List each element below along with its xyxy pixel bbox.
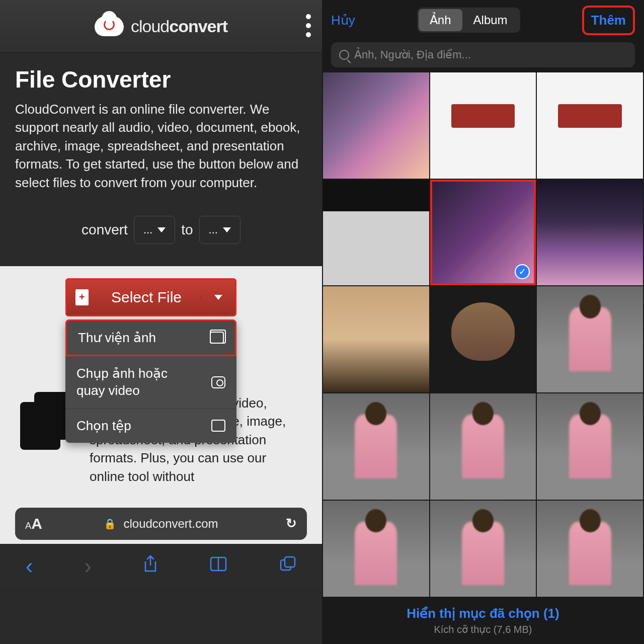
photo-thumb[interactable] [323,393,429,500]
search-field[interactable]: Ảnh, Người, Địa điểm... [331,42,635,67]
back-button[interactable]: ‹ [26,553,33,579]
photo-thumb[interactable] [323,72,429,179]
cloudconvert-pane: cloudconvert File Converter CloudConvert… [0,0,322,644]
folder-icon [211,420,225,432]
search-placeholder: Ảnh, Người, Địa điểm... [354,48,471,61]
page-description: CloudConvert is an online file converter… [15,100,307,192]
picker-footer: Hiển thị mục đã chọn (1) Kích cỡ thực (7… [322,597,644,644]
photo-thumb[interactable] [430,286,536,392]
show-selected-button[interactable]: Hiển thị mục đã chọn (1) [407,606,559,621]
segmented-control: Ảnh Album [417,8,520,33]
camera-icon [211,376,225,388]
chevron-down-icon [223,227,231,232]
photo-thumb[interactable] [323,501,429,607]
search-icon [339,50,349,60]
photo-thumb[interactable] [537,501,643,607]
tab-photos[interactable]: Ảnh [419,9,462,31]
photo-picker-pane: Hủy Ảnh Album Thêm Ảnh, Người, Địa điểm.… [322,0,644,644]
select-file-group: Select File Thư viện ảnh Chụp ảnh hoặc q… [65,278,236,443]
menu-item-photo-library[interactable]: Thư viện ảnh [65,319,236,356]
from-format-dropdown[interactable]: ... [134,216,175,244]
file-plus-icon [75,289,89,305]
photo-library-icon [210,332,224,344]
bookmarks-button[interactable] [209,556,228,575]
photo-thumb[interactable] [430,393,536,500]
hero-section: File Converter CloudConvert is an online… [0,53,322,195]
menu-item-choose-file[interactable]: Chọn tệp [65,409,236,443]
tabs-button[interactable] [279,555,296,576]
picker-header: Hủy Ảnh Album Thêm [322,0,644,40]
select-file-button[interactable]: Select File [65,278,236,316]
chevron-down-icon [214,295,222,300]
convert-row: convert ... to ... [0,195,322,266]
safari-toolbar: ‹ › [0,544,322,588]
photo-grid: ✓ [322,72,644,606]
forward-button: › [84,553,92,579]
safari-url-bar[interactable]: AA 🔒 cloudconvert.com ↻ [15,508,307,540]
photo-thumb[interactable] [537,72,643,179]
page-title: File Converter [15,66,307,93]
photo-thumb[interactable] [537,180,643,286]
photo-thumb[interactable] [537,393,643,500]
tab-albums[interactable]: Album [462,9,519,31]
svg-rect-1 [285,557,295,567]
select-file-dropdown-toggle[interactable] [201,295,235,300]
chevron-down-icon [157,227,166,232]
add-button[interactable]: Thêm [582,6,635,35]
to-format-dropdown[interactable]: ... [199,216,240,244]
reload-icon[interactable]: ↻ [286,516,297,531]
photo-thumb[interactable] [430,501,536,607]
cancel-button[interactable]: Hủy [331,13,355,28]
lock-icon: 🔒 [104,518,116,530]
cloudconvert-header: cloudconvert [0,0,322,53]
file-source-menu: Thư viện ảnh Chụp ảnh hoặc quay video Ch… [65,319,236,443]
text-size-icon[interactable]: AA [25,515,42,532]
selected-check-icon: ✓ [515,264,530,279]
to-label: to [181,222,193,238]
select-file-label: Select File [97,289,201,306]
menu-item-camera[interactable]: Chụp ảnh hoặc quay video [65,356,236,409]
photo-thumb[interactable] [430,72,536,179]
kebab-menu-icon[interactable] [306,14,311,37]
photo-thumb-selected[interactable]: ✓ [430,180,536,286]
share-button[interactable] [143,555,158,577]
brand-text: cloudconvert [131,17,227,36]
selected-size-label: Kích cỡ thực (7,6 MB) [434,623,532,635]
photo-thumb[interactable] [537,286,643,392]
cloud-logo-icon [95,16,124,36]
lower-content: support nearly all audio, video, documen… [0,266,322,588]
photo-thumb[interactable] [323,180,429,286]
photo-thumb[interactable] [323,286,429,392]
convert-label: convert [82,222,128,238]
url-text: cloudconvert.com [123,517,218,531]
